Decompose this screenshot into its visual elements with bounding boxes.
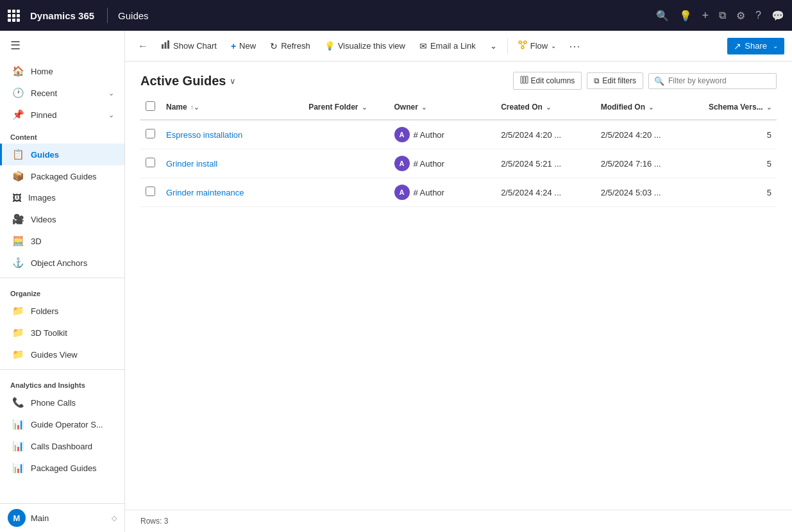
help-icon[interactable]: ? — [755, 10, 761, 21]
sidebar-label-packaged-guides-2: Packaged Guides — [31, 463, 97, 473]
visualize-button[interactable]: 💡 Visualize this view — [318, 38, 412, 54]
guides-view-icon: 📁 — [12, 349, 24, 360]
email-link-button[interactable]: ✉ Email a Link — [413, 38, 482, 54]
sidebar-item-phone-calls[interactable]: 📞 Phone Calls — [0, 392, 124, 413]
sidebar-item-packaged-guides-2[interactable]: 📊 Packaged Guides — [0, 457, 124, 479]
row-schema-cell: 5 — [695, 178, 777, 207]
row-owner-cell: A # Author — [389, 120, 496, 149]
row-modified-cell: 2/5/2024 4:20 ... — [596, 120, 696, 149]
sidebar-item-recent[interactable]: 🕐 Recent ⌄ — [0, 82, 124, 104]
sidebar-label-phone-calls: Phone Calls — [31, 398, 76, 408]
sidebar-item-object-anchors[interactable]: ⚓ Object Anchors — [0, 252, 124, 274]
sidebar-label-3d: 3D — [31, 237, 42, 246]
row-name-link[interactable]: Grinder maintenance — [166, 188, 244, 197]
sidebar-label-guide-operator: Guide Operator S... — [31, 420, 103, 429]
recent-icon: 🕐 — [12, 87, 24, 99]
home-icon: 🏠 — [12, 65, 24, 77]
table-footer: Rows: 3 — [125, 510, 792, 532]
filter-search-box[interactable]: 🔍 — [648, 73, 777, 89]
toolbar: ← Show Chart + New ↻ Refresh — [125, 31, 792, 62]
sidebar-item-pinned[interactable]: 📌 Pinned ⌄ — [0, 104, 124, 126]
row-checkbox-cell[interactable] — [140, 178, 161, 207]
recent-chevron: ⌄ — [108, 89, 114, 97]
divider-2 — [0, 369, 124, 370]
header-checkbox-cell[interactable] — [140, 95, 161, 120]
view-title-chevron[interactable]: ∨ — [230, 76, 236, 86]
edit-columns-button[interactable]: Edit columns — [513, 72, 582, 90]
sidebar-item-3d-toolkit[interactable]: 📁 3D Toolkit — [0, 322, 124, 344]
sidebar-label-packaged-guides: Packaged Guides — [31, 172, 97, 181]
sidebar-item-home[interactable]: 🏠 Home — [0, 60, 124, 82]
packaged-guides-icon: 📦 — [12, 170, 24, 182]
sidebar-item-videos[interactable]: 🎥 Videos — [0, 208, 124, 230]
header-modified-on[interactable]: Modified On ⌄ — [596, 95, 696, 120]
sidebar-item-guide-operator[interactable]: 📊 Guide Operator S... — [0, 413, 124, 435]
row-checkbox-cell[interactable] — [140, 149, 161, 178]
table-header-row: Name ↑⌄ Parent Folder ⌄ Owner ⌄ Create — [140, 95, 777, 120]
email-icon: ✉ — [419, 41, 427, 51]
row-checkbox-cell[interactable] — [140, 120, 161, 149]
header-schema-version[interactable]: Schema Vers... ⌄ — [695, 95, 777, 120]
sidebar-item-guides[interactable]: 📋 Guides — [0, 144, 124, 165]
flow-button[interactable]: Flow ⌄ — [512, 37, 562, 54]
row-select-checkbox[interactable] — [146, 158, 155, 167]
bottom-avatar: M — [8, 509, 26, 527]
edit-filters-button[interactable]: ⧉ Edit filters — [587, 72, 643, 89]
sidebar-bottom-bar[interactable]: M Main ◇ — [0, 503, 124, 532]
filter-keyword-input[interactable] — [668, 76, 771, 85]
share-button[interactable]: ↗ Share ⌄ — [727, 38, 784, 54]
add-icon[interactable]: + — [702, 9, 709, 22]
filter-icon[interactable]: ⧉ — [719, 10, 726, 21]
app-grid-icon[interactable] — [8, 10, 20, 22]
sidebar-item-images[interactable]: 🖼 Images — [0, 187, 124, 208]
sidebar-label-videos: Videos — [31, 215, 56, 224]
row-select-checkbox[interactable] — [146, 129, 155, 138]
row-name-link[interactable]: Espresso installation — [166, 130, 242, 140]
new-button[interactable]: + New — [224, 38, 262, 54]
sidebar-label-pinned: Pinned — [31, 110, 56, 120]
header-name[interactable]: Name ↑⌄ — [161, 95, 303, 120]
header-owner[interactable]: Owner ⌄ — [389, 95, 496, 120]
share-icon: ↗ — [734, 41, 741, 51]
sidebar-label-recent: Recent — [31, 88, 57, 98]
new-icon: + — [231, 41, 236, 51]
refresh-button[interactable]: ↻ Refresh — [264, 38, 317, 54]
row-name-link[interactable]: Grinder install — [166, 159, 217, 169]
sidebar-item-calls-dashboard[interactable]: 📊 Calls Dashboard — [0, 435, 124, 457]
select-all-checkbox[interactable] — [146, 101, 155, 111]
edit-columns-label: Edit columns — [531, 76, 575, 85]
table-row: Grinder maintenance A # Author 2/5/2024 … — [140, 178, 777, 207]
pinned-icon: 📌 — [12, 109, 24, 121]
sidebar-item-folders[interactable]: 📁 Folders — [0, 300, 124, 322]
lightbulb-icon[interactable]: 💡 — [679, 10, 692, 22]
sidebar-item-guides-view[interactable]: 📁 Guides View — [0, 344, 124, 365]
view-title-row: Active Guides ∨ — [140, 74, 236, 88]
sidebar-label-object-anchors: Object Anchors — [31, 258, 87, 268]
visualize-icon: 💡 — [324, 41, 335, 51]
sidebar-item-packaged-guides[interactable]: 📦 Packaged Guides — [0, 165, 124, 187]
hamburger-menu[interactable]: ☰ — [0, 31, 124, 60]
svg-rect-0 — [162, 44, 164, 49]
row-select-checkbox[interactable] — [146, 187, 155, 196]
top-navigation: Dynamics 365 Guides 🔍 💡 + ⧉ ⚙ ? 💬 — [0, 0, 792, 31]
sidebar-item-3d[interactable]: 🧮 3D — [0, 230, 124, 252]
more-options-button[interactable]: ⋯ — [564, 36, 586, 56]
row-created-cell: 2/5/2024 4:20 ... — [496, 120, 596, 149]
row-owner-cell: A # Author — [389, 178, 496, 207]
search-icon[interactable]: 🔍 — [656, 10, 669, 22]
show-chart-button[interactable]: Show Chart — [155, 37, 223, 54]
chat-icon[interactable]: 💬 — [771, 10, 784, 22]
svg-rect-2 — [167, 40, 169, 49]
header-created-on[interactable]: Created On ⌄ — [496, 95, 596, 120]
header-parent-folder[interactable]: Parent Folder ⌄ — [303, 95, 389, 120]
share-chevron: ⌄ — [773, 42, 778, 49]
row-modified-cell: 2/5/2024 7:16 ... — [596, 149, 696, 178]
owner-cell-container: A # Author — [394, 156, 491, 171]
row-name-cell: Grinder maintenance — [161, 178, 303, 207]
settings-icon[interactable]: ⚙ — [736, 10, 745, 22]
refresh-icon: ↻ — [270, 41, 278, 51]
row-created-cell: 2/5/2024 4:24 ... — [496, 178, 596, 207]
back-button[interactable]: ← — [133, 37, 153, 55]
svg-point-4 — [524, 41, 527, 44]
email-dropdown-button[interactable]: ⌄ — [484, 38, 503, 54]
